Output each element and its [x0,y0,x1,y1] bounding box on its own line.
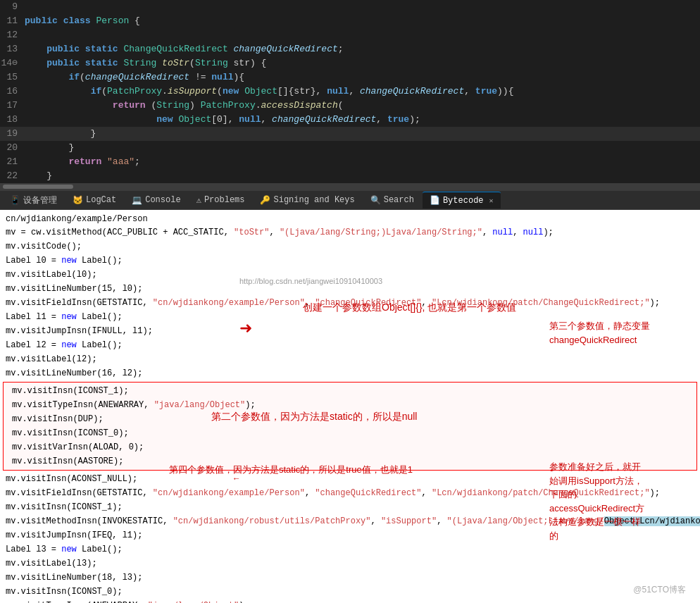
bc-line-17: Label l3 = new Label(); [0,542,700,557]
tab-signing-label: Signing and Keys [273,195,354,205]
logcat-icon: 🐱 [73,195,83,206]
code-line-11: 11 public class Person { [0,14,700,28]
annotation-label-3: 第三个参数值，静态变量changeQuickRedirect [549,319,650,347]
tab-console-label: Console [145,195,180,205]
code-line-19: 19 } [0,127,700,141]
tab-device-manager[interactable]: 📱 设备管理 [3,192,64,209]
horizontal-scrollbar[interactable] [0,183,700,190]
tab-bytecode[interactable]: 📄 Bytecode ✕ [423,192,501,209]
watermark-url: http://blog.csdn.net/jiangwei10910410003 [239,277,382,285]
code-line-13: 13 public static ChangeQuickRedirect cha… [0,42,700,56]
code-line-12: 12 [0,28,700,42]
arrow-1: ➜ [239,319,252,337]
code-line-15: 15 if(changeQuickRedirect != null){ [0,70,700,85]
code-line-17: 17 return (String) PatchProxy.accessDisp… [0,99,700,113]
bc-line-19: mv.visitLineNumber(18, l3); [0,571,700,585]
bc-highlighted-1: mv.visitInsn(ICONST_1); [6,384,694,398]
annotation-label-5: 参数准备好之后，就开始调用isSupport方法，下面的accessQuickR… [549,460,644,542]
bytecode-panel[interactable]: cn/wjdiankong/example/Person mv = cw.vis… [0,210,700,603]
bytecode-icon: 📄 [430,195,440,206]
tab-bytecode-label: Bytecode [443,196,484,206]
search-icon: 🔍 [370,195,381,206]
code-line-16: 16 if(PatchProxy.isSupport(new Object[]{… [0,85,700,99]
code-editor: 9 11 public class Person { 12 13 public … [0,0,700,190]
bc-highlighted-2: mv.visitTypeInsn(ANEWARRAY, "java/lang/O… [6,398,694,412]
tab-bar: 📱 设备管理 🐱 LogCat 💻 Console ⚠ Problems 🔑 S… [0,190,700,210]
tab-device-label: 设备管理 [23,194,57,206]
code-line-21: 21 return "aaa"; [0,155,700,169]
tab-logcat-label: LogCat [86,195,116,205]
code-line-9: 9 [0,0,700,14]
class-path: cn/wjdiankong/example/Person [0,213,700,225]
tab-signing[interactable]: 🔑 Signing and Keys [253,192,361,209]
code-line-22: 22 } [0,169,700,183]
console-icon: 💻 [132,195,142,206]
highlighted-block: mv.visitInsn(ICONST_1); mv.visitTypeInsn… [3,382,697,471]
tab-close-icon[interactable]: ✕ [489,197,494,205]
tab-problems-label: Problems [204,195,245,205]
code-line-14: 14⊖ public static String toStr(String st… [0,56,700,70]
scrollbar-thumb[interactable] [3,185,73,189]
annotation-label-1: 创建一个参数数组Object[]{}, 也就是第一个参数值 [303,302,516,314]
device-icon: 📱 [10,195,20,206]
tab-search[interactable]: 🔍 Search [363,192,421,209]
code-line-18: 18 new Object[0], null, changeQuickRedir… [0,113,700,127]
main-panel: 9 11 public class Person { 12 13 public … [0,0,700,603]
watermark-51cto: @51CTO博客 [633,584,686,596]
bc-highlighted-5: mv.visitVarInsn(ALOAD, 0); [6,440,694,454]
tab-logcat[interactable]: 🐱 LogCat [65,192,123,209]
bc-line-21: mv.visitTypeInsn(ANEWARRAY, "java/lang/O… [0,599,700,603]
bc-line-1: mv = cw.visitMethod(ACC_PUBLIC + ACC_STA… [0,225,700,240]
bc-line-3: Label l0 = new Label(); [0,254,700,268]
bc-line-2: mv.visitCode(); [0,240,700,254]
bc-line-20: mv.visitInsn(ICONST_0); [0,585,700,599]
tab-console[interactable]: 💻 Console [125,192,187,209]
code-line-20: 20 } [0,141,700,155]
tab-problems[interactable]: ⚠ Problems [189,192,252,209]
bc-line-11: mv.visitLineNumber(16, l2); [0,366,700,380]
problems-icon: ⚠ [196,195,201,206]
annotation-label-2: 第二个参数值，因为方法是static的，所以是null [211,411,417,423]
bc-highlighted-4: mv.visitInsn(ICONST_0); [6,426,694,440]
bc-line-10: mv.visitLabel(l2); [0,352,700,366]
annotation-label-4: 第四个参数值，因为方法是static的，所以是true值，也就是1 [169,464,413,476]
tab-search-label: Search [384,195,414,205]
bc-line-18: mv.visitLabel(l3); [0,557,700,571]
signing-icon: 🔑 [260,195,270,206]
